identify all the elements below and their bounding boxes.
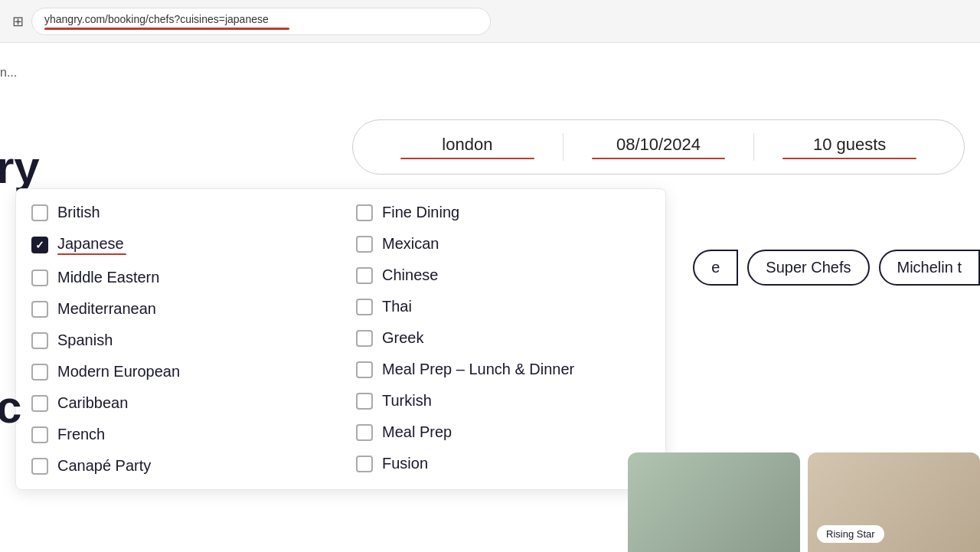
label-modern-european: Modern European: [57, 363, 180, 381]
partial-text-c-container: c: [0, 212, 21, 433]
checkbox-turkish[interactable]: [356, 393, 373, 410]
label-british: British: [57, 204, 100, 221]
checkbox-modern-european[interactable]: [31, 364, 48, 381]
label-middle-eastern: Middle Eastern: [57, 269, 159, 286]
page-content: n... ry london 08/10/2024 10 guests Brit…: [0, 43, 980, 552]
chip-partial-label: e: [711, 259, 720, 276]
search-field-date[interactable]: 08/10/2024: [567, 135, 750, 160]
url-underline: [44, 28, 289, 30]
cuisine-column-right: Fine Dining Mexican Chinese Thai Greek M: [341, 197, 665, 482]
cuisine-item-meal-prep-lunch[interactable]: Meal Prep – Lunch & Dinner: [353, 354, 653, 385]
cuisine-item-french[interactable]: French: [28, 419, 328, 450]
checkbox-french[interactable]: [31, 426, 48, 443]
rising-star-badge: Rising Star: [817, 525, 884, 543]
label-spanish: Spanish: [57, 332, 113, 349]
partial-text-ry: ry: [0, 141, 40, 194]
guests-underline: [782, 158, 916, 160]
cuisine-item-mexican[interactable]: Mexican: [353, 228, 653, 260]
label-japanese: Japanese: [57, 235, 126, 253]
label-caribbean: Caribbean: [57, 394, 128, 412]
left-partial: ry: [0, 141, 40, 194]
cuisine-item-thai[interactable]: Thai: [353, 291, 653, 322]
checkmark-japanese: ✓: [35, 239, 44, 251]
checkbox-british[interactable]: [31, 204, 48, 221]
search-field-guests[interactable]: 10 guests: [758, 135, 941, 160]
chip-michelin-label: Michelin t: [897, 259, 962, 276]
checkbox-japanese[interactable]: ✓: [31, 237, 48, 253]
chip-super-chefs-label: Super Chefs: [766, 259, 851, 276]
partial-text-c: c: [0, 381, 21, 433]
browser-icon: ⊞: [12, 13, 24, 30]
chip-super-chefs[interactable]: Super Chefs: [747, 250, 869, 286]
label-fusion: Fusion: [382, 455, 428, 472]
japanese-underline: [57, 253, 126, 255]
browser-bar: ⊞ yhangry.com/booking/chefs?cuisines=jap…: [0, 0, 980, 43]
cuisine-item-chinese[interactable]: Chinese: [353, 260, 653, 291]
label-canape: Canapé Party: [57, 457, 151, 475]
cuisine-item-japanese[interactable]: ✓ Japanese: [28, 228, 328, 262]
label-french: French: [57, 426, 105, 443]
chef-cards-area: Rising Star: [628, 452, 980, 552]
checkbox-mexican[interactable]: [356, 236, 373, 253]
filter-chips: e Super Chefs Michelin t: [693, 250, 980, 286]
label-thai: Thai: [382, 298, 412, 315]
cuisine-item-greek[interactable]: Greek: [353, 322, 653, 354]
url-bar[interactable]: yhangry.com/booking/chefs?cuisines=japan…: [31, 8, 491, 35]
checkbox-thai[interactable]: [356, 299, 373, 315]
cuisine-item-meal-prep[interactable]: Meal Prep: [353, 416, 653, 448]
cuisine-item-caribbean[interactable]: Caribbean: [28, 387, 328, 419]
checkbox-fine-dining[interactable]: [356, 204, 373, 221]
label-mexican: Mexican: [382, 235, 439, 253]
checkbox-chinese[interactable]: [356, 267, 373, 284]
checkbox-meal-prep-lunch[interactable]: [356, 361, 373, 378]
chip-michelin[interactable]: Michelin t: [879, 250, 980, 286]
cuisine-item-fusion[interactable]: Fusion: [353, 448, 653, 479]
checkbox-fusion[interactable]: [356, 456, 373, 472]
checkbox-caribbean[interactable]: [31, 395, 48, 412]
chef-card-1: [628, 452, 800, 552]
url-text: yhangry.com/booking/chefs?cuisines=japan…: [44, 13, 269, 25]
checkbox-greek[interactable]: [356, 330, 373, 347]
checkbox-spanish[interactable]: [31, 332, 48, 349]
label-meal-prep: Meal Prep: [382, 423, 452, 441]
cuisine-dropdown: British ✓ Japanese Middle Eastern Medite…: [15, 188, 666, 490]
label-mediterranean: Mediterranean: [57, 300, 156, 318]
cuisine-item-british[interactable]: British: [28, 197, 328, 228]
search-divider-2: [753, 133, 754, 161]
cuisine-item-modern-european[interactable]: Modern European: [28, 356, 328, 387]
label-chinese: Chinese: [382, 266, 438, 284]
cuisine-item-turkish[interactable]: Turkish: [353, 385, 653, 416]
cuisine-item-middle-eastern[interactable]: Middle Eastern: [28, 262, 328, 293]
cuisine-item-spanish[interactable]: Spanish: [28, 325, 328, 356]
cuisine-column-left: British ✓ Japanese Middle Eastern Medite…: [16, 197, 341, 482]
search-field-location[interactable]: london: [376, 135, 559, 160]
search-divider-1: [563, 133, 564, 161]
cuisine-item-canape[interactable]: Canapé Party: [28, 450, 328, 482]
cuisine-item-fine-dining[interactable]: Fine Dining: [353, 197, 653, 228]
checkbox-canape[interactable]: [31, 458, 48, 475]
label-greek: Greek: [382, 329, 423, 347]
checkbox-meal-prep[interactable]: [356, 424, 373, 441]
label-turkish: Turkish: [382, 392, 432, 410]
location-underline: [400, 158, 534, 160]
date-underline: [592, 158, 726, 160]
checkbox-middle-eastern[interactable]: [31, 269, 48, 286]
chip-partial-left[interactable]: e: [693, 250, 738, 286]
cuisine-item-mediterranean[interactable]: Mediterranean: [28, 293, 328, 325]
chef-card-2: Rising Star: [808, 452, 980, 552]
label-fine-dining: Fine Dining: [382, 204, 459, 221]
top-left-partial: n...: [0, 66, 17, 80]
checkbox-mediterranean[interactable]: [31, 301, 48, 318]
label-meal-prep-lunch: Meal Prep – Lunch & Dinner: [382, 361, 574, 378]
search-bar[interactable]: london 08/10/2024 10 guests: [352, 119, 965, 175]
